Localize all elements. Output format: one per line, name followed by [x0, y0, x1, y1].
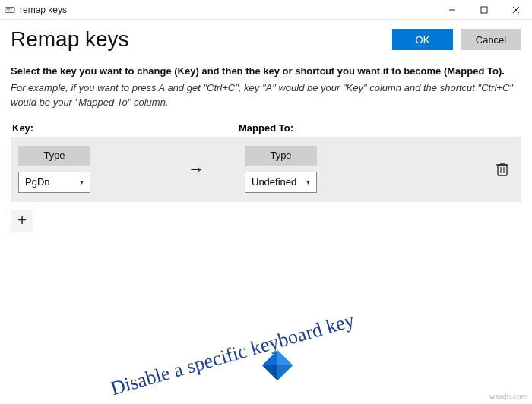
mapped-select[interactable]: Undefined ▾ — [245, 172, 317, 193]
titlebar: remap keys — [0, 0, 532, 20]
svg-rect-1 — [7, 8, 8, 9]
svg-marker-17 — [277, 365, 293, 380]
svg-marker-14 — [262, 350, 293, 380]
svg-rect-6 — [481, 7, 487, 13]
svg-marker-15 — [277, 350, 293, 365]
mapped-column-header: Mapped To: — [239, 122, 293, 134]
instruction-text: Select the key you want to change (Key) … — [11, 65, 521, 77]
titlebar-left: remap keys — [5, 5, 67, 15]
trash-icon[interactable] — [496, 162, 509, 177]
ok-button[interactable]: OK — [392, 29, 453, 50]
header-buttons: OK Cancel — [392, 29, 521, 50]
svg-rect-9 — [498, 165, 507, 175]
app-icon — [5, 5, 15, 15]
maximize-button[interactable] — [468, 0, 500, 20]
arrow-icon: → — [147, 159, 245, 179]
maximize-icon — [480, 6, 488, 14]
key-select-value: PgDn — [25, 176, 50, 188]
mapped-type-button[interactable]: Type — [245, 146, 317, 166]
window-title: remap keys — [20, 5, 67, 15]
overlay-caption: Disable a specific keyboard key — [108, 309, 356, 400]
key-column-header: Key: — [12, 122, 239, 134]
add-row: + — [11, 202, 521, 232]
close-button[interactable] — [500, 0, 532, 20]
svg-rect-0 — [5, 7, 14, 12]
column-headers: Key: Mapped To: — [11, 122, 521, 134]
mapped-column: Type Undefined ▾ — [245, 146, 374, 193]
svg-rect-3 — [11, 8, 12, 9]
svg-marker-16 — [262, 365, 277, 380]
plus-icon: + — [17, 212, 27, 229]
chevron-down-icon: ▾ — [306, 178, 310, 186]
content: Remap keys OK Cancel Select the key you … — [0, 20, 532, 232]
key-column: Type PgDn ▾ — [18, 146, 147, 193]
key-type-button[interactable]: Type — [18, 146, 90, 166]
svg-rect-4 — [8, 10, 13, 11]
page-title: Remap keys — [11, 27, 129, 52]
minimize-icon — [448, 6, 456, 14]
mapped-select-value: Undefined — [252, 176, 296, 188]
example-text: For example, if you want to press A and … — [11, 81, 521, 110]
overlay: Disable a specific keyboard key — [38, 237, 494, 389]
watermark: wsxdn.com — [489, 393, 527, 401]
cancel-button[interactable]: Cancel — [461, 29, 521, 50]
delete-column — [374, 162, 514, 177]
window-controls — [436, 0, 532, 20]
chevron-down-icon: ▾ — [80, 178, 84, 186]
svg-rect-2 — [8, 8, 10, 9]
header-row: Remap keys OK Cancel — [11, 27, 521, 52]
minimize-button[interactable] — [436, 0, 468, 20]
close-icon — [512, 6, 520, 14]
add-mapping-button[interactable]: + — [11, 210, 33, 232]
overlay-logo-icon — [261, 349, 294, 382]
key-select[interactable]: PgDn ▾ — [18, 172, 90, 193]
mapping-row: Type PgDn ▾ → Type Undefined ▾ — [11, 137, 521, 202]
